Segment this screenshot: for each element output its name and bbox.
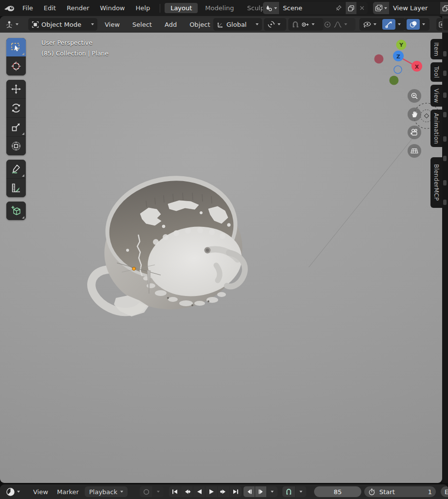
topbar-separator [160,4,160,13]
orientation-label: Global [226,21,253,28]
pivot-point-dropdown[interactable] [264,18,286,31]
mug-object[interactable] [85,167,250,320]
auto-keying-toggle[interactable] [140,486,152,497]
tool-add-cube[interactable] [6,202,26,220]
proportional-editing-controls[interactable] [320,18,355,31]
close-icon [359,5,365,11]
tool-move[interactable] [6,80,26,98]
timeline-snap-dropdown[interactable] [296,486,306,497]
viewport-canvas[interactable]: Y Z X User Perspective (85) Collection |… [0,33,442,483]
camera-icon [410,129,419,136]
frame-end-field-cut[interactable]: E [441,486,448,497]
menu-help[interactable]: Help [131,0,156,16]
scene-unlink-button[interactable] [356,2,368,14]
start-value: 1 [428,488,432,496]
view-layer-browse-button[interactable] [373,2,389,14]
viewport-menu-view[interactable]: View [98,21,126,28]
npanel-tab-view[interactable]: View [430,85,442,107]
frame-forward-button[interactable] [255,486,266,497]
npanel-tab-item[interactable]: Item [430,39,442,59]
scene-browse-button[interactable] [263,2,279,14]
menu-window[interactable]: Window [94,0,130,16]
blender-logo-icon[interactable] [4,4,16,13]
transform-orientation-dropdown[interactable]: Global [213,18,262,31]
tool-annotate[interactable] [6,160,26,178]
overlays-toggle-button[interactable] [407,19,420,30]
menu-edit[interactable]: Edit [38,0,61,16]
viewport-pan-button[interactable] [408,108,421,121]
viewport-menu-add[interactable]: Add [158,21,183,28]
tool-select-box[interactable] [6,38,26,56]
menu-render[interactable]: Render [61,0,94,16]
npanel-tab-animation[interactable]: Animation [430,110,442,147]
playback-dropdown[interactable]: Playback [85,486,128,497]
viewport-perspective-toggle[interactable] [408,144,421,158]
viewport-zoom-button[interactable] [408,89,421,103]
axis-y-label: Y [399,42,404,48]
xray-toggle-button-cut[interactable] [436,18,442,31]
stopwatch-icon [368,488,375,496]
axis-gizmo[interactable]: Y Z X [374,40,423,85]
tool-shelf [6,38,26,220]
viewport-menu-select[interactable]: Select [126,21,158,28]
overlays-toggle-group [404,18,429,31]
timeline-editor-type-button[interactable] [4,485,22,498]
view-layer-selector: View Layer [373,2,448,14]
copy-icon [348,5,355,12]
frame-back-button[interactable] [243,486,255,497]
tool-rotate[interactable] [6,98,26,117]
tool-measure[interactable] [6,178,26,197]
viewport-editor: Object Mode View Select Add Object Globa… [0,16,442,483]
viewport-camera-button[interactable] [408,126,421,139]
view-layer-name-field[interactable]: View Layer [389,2,440,14]
axis-y-neg-ball[interactable] [390,76,399,85]
prev-keyframe-button[interactable] [181,486,193,497]
falloff-curve-icon [334,21,342,28]
viewport-menu-object[interactable]: Object [183,21,216,28]
visibility-eye-icon [363,21,371,28]
jump-start-icon [172,489,178,495]
jump-to-start-button[interactable] [169,486,181,497]
snap-controls[interactable] [288,18,323,31]
view-layer-new-button[interactable] [440,2,448,14]
chevron-down-icon [422,23,425,25]
adjacent-editor-type-button[interactable] [443,18,448,30]
menu-file[interactable]: File [17,0,38,16]
npanel-tab-tool[interactable]: Tool [430,62,442,82]
scene-3d[interactable]: Y Z X [0,33,442,483]
timeline-menu-view[interactable]: View [27,484,54,499]
timeline-menu-marker[interactable]: Marker [51,484,85,499]
workspace-tab-layout[interactable]: Layout [165,3,198,13]
play-button[interactable] [205,486,217,497]
timeline-snap-toggle[interactable] [282,486,295,497]
axis-x-neg-ball[interactable] [374,55,384,64]
play-reverse-button[interactable] [193,486,205,497]
tool-scale[interactable] [6,117,26,136]
npanel-tab-blendermcp[interactable]: BlenderMCP [430,157,442,208]
axis-z-neg-ball[interactable] [394,66,402,74]
tool-transform[interactable] [6,136,26,155]
scene-new-button[interactable] [346,2,356,14]
jump-to-end-button[interactable] [230,486,242,497]
keying-set-dropdown[interactable] [153,486,164,497]
mode-label: Object Mode [41,21,89,28]
workspace-tab-modeling[interactable]: Modeling [199,3,240,13]
chevron-down-icon [16,23,19,25]
editor-type-button[interactable] [3,18,20,31]
chevron-down-icon [312,23,315,25]
snap-magnet-icon[interactable] [292,21,299,28]
gizmos-toggle-button[interactable] [382,19,395,30]
scene-icon [265,4,273,12]
xray-icon [438,21,442,28]
scene-name-field[interactable]: Scene [279,2,346,14]
next-keyframe-button[interactable] [218,486,229,497]
mode-dropdown[interactable]: Object Mode [28,18,97,31]
frame-step-dropdown[interactable] [267,486,278,497]
pin-icon[interactable] [336,5,342,11]
chevron-down-icon [278,23,280,25]
tool-cursor[interactable] [6,56,26,75]
editor-3d-viewport-icon [5,20,14,29]
current-frame-field[interactable]: 85 [314,486,361,497]
frame-start-field[interactable]: Start 1 [364,486,436,497]
active-object-breadcrumb: (85) Collection | Plane [41,50,109,57]
